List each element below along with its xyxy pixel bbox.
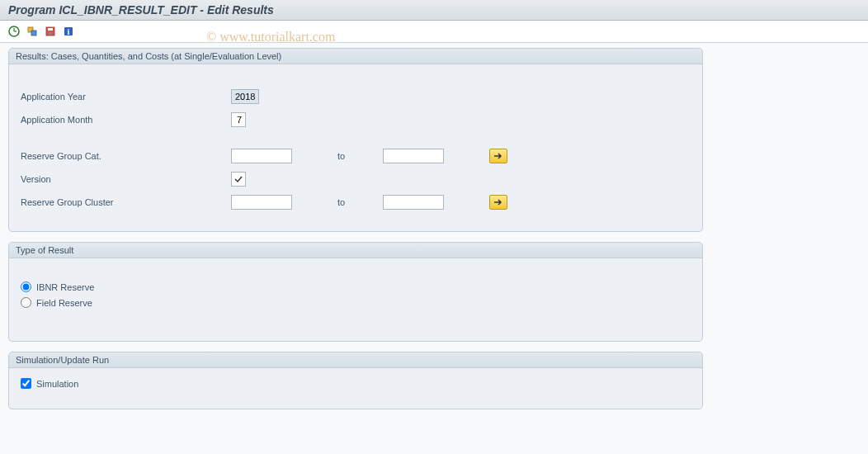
- cluster-multi-select[interactable]: [489, 195, 507, 210]
- group-results: Results: Cases, Quantities, and Costs (a…: [8, 48, 703, 232]
- app-year-label: Application Year: [21, 92, 231, 102]
- to-label-1: to: [292, 151, 383, 161]
- version-checkbox-cell[interactable]: [231, 172, 246, 187]
- svg-rect-6: [48, 28, 53, 31]
- reserve-cat-label: Reserve Group Cat.: [21, 151, 231, 161]
- radio-ibnr-label: IBNR Reserve: [36, 282, 94, 292]
- check-icon: [234, 174, 243, 184]
- group-simulation: Simulation/Update Run Simulation: [8, 352, 703, 409]
- group-type-result: Type of Result IBNR Reserve Field Reserv…: [8, 242, 703, 342]
- cluster-from[interactable]: [231, 195, 292, 210]
- page-title: Program ICL_IBNR_RESULT_EDIT - Edit Resu…: [8, 3, 274, 17]
- save-button[interactable]: [43, 24, 58, 39]
- checkbox-simulation-label: Simulation: [36, 379, 78, 389]
- svg-rect-7: [49, 32, 52, 35]
- reserve-cat-to[interactable]: [383, 149, 444, 163]
- svg-text:i: i: [68, 27, 70, 36]
- to-label-2: to: [292, 197, 383, 207]
- radio-ibnr[interactable]: [21, 281, 31, 292]
- execute-button[interactable]: [7, 24, 21, 39]
- title-bar: Program ICL_IBNR_RESULT_EDIT - Edit Resu…: [0, 0, 868, 21]
- cluster-label: Reserve Group Cluster: [21, 197, 231, 207]
- toolbar: i: [0, 21, 868, 43]
- reserve-cat-from[interactable]: [231, 149, 292, 163]
- app-month-label: Application Month: [21, 115, 231, 125]
- group-sim-header: Simulation/Update Run: [9, 352, 702, 368]
- arrow-right-icon: [493, 198, 503, 206]
- info-button[interactable]: i: [61, 24, 76, 39]
- app-month-field[interactable]: [231, 112, 246, 127]
- variants-icon: [26, 26, 38, 37]
- version-label: Version: [21, 174, 231, 184]
- svg-rect-4: [31, 31, 36, 35]
- radio-field-label: Field Reserve: [36, 298, 92, 308]
- app-year-field[interactable]: [231, 89, 259, 104]
- checkbox-simulation[interactable]: [21, 378, 31, 389]
- group-type-header: Type of Result: [9, 243, 702, 258]
- group-results-header: Results: Cases, Quantities, and Costs (a…: [9, 49, 702, 64]
- save-icon: [45, 26, 56, 37]
- execute-icon: [8, 26, 20, 37]
- reserve-cat-multi-select[interactable]: [489, 149, 507, 163]
- info-icon: i: [63, 26, 74, 37]
- cluster-to[interactable]: [383, 195, 444, 210]
- radio-field[interactable]: [21, 297, 31, 308]
- variants-button[interactable]: [25, 24, 40, 39]
- content-area: Results: Cases, Quantities, and Costs (a…: [0, 43, 868, 454]
- arrow-right-icon: [493, 152, 503, 160]
